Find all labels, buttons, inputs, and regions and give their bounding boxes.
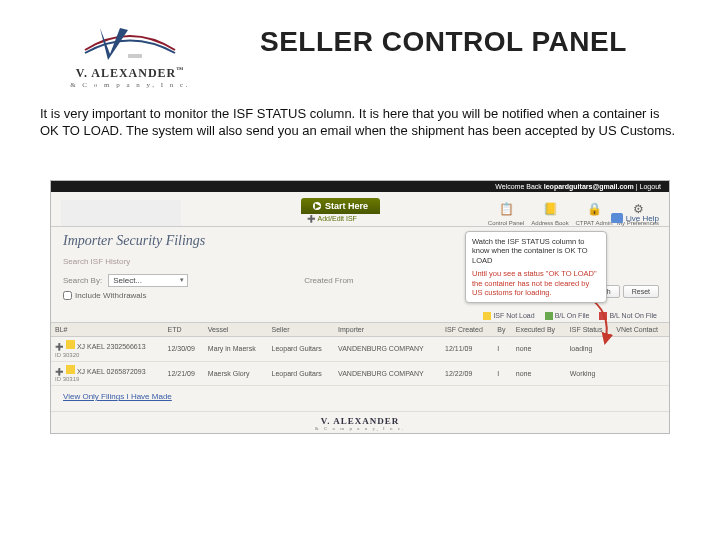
- page-title: SELLER CONTROL PANEL: [260, 26, 627, 58]
- nav-control-panel[interactable]: 📋Control Panel: [485, 199, 527, 226]
- nav-address-book[interactable]: 📒Address Book: [529, 199, 571, 226]
- logout-link[interactable]: Logout: [640, 183, 661, 190]
- body-paragraph: It is very important to monitor the ISF …: [40, 106, 680, 140]
- col-header[interactable]: Importer: [334, 323, 441, 337]
- nav-icon: 🔒: [584, 199, 604, 219]
- status-legend: ISF Not Load B/L On File B/L Not On File: [51, 308, 669, 322]
- screenshot-panel: Welcome Back leopardguitars@gmail.com | …: [50, 180, 670, 434]
- col-header[interactable]: By: [493, 323, 511, 337]
- reset-button[interactable]: Reset: [623, 285, 659, 298]
- col-header[interactable]: BL#: [51, 323, 164, 337]
- chat-bubble-icon: [611, 213, 623, 223]
- live-help-link[interactable]: Live Help: [611, 213, 659, 223]
- expand-icon[interactable]: ➕: [55, 343, 64, 352]
- col-header[interactable]: VNet Contact: [612, 323, 669, 337]
- company-logo: V. ALEXANDER™ & C o m p a n y, I n c.: [40, 20, 220, 89]
- logo-subtitle: & C o m p a n y, I n c.: [40, 81, 220, 89]
- play-icon: ▶: [313, 202, 321, 210]
- nav-icon: 📒: [540, 199, 560, 219]
- logo-brand: V. ALEXANDER: [76, 66, 176, 80]
- col-header[interactable]: Vessel: [204, 323, 268, 337]
- search-history-label: Search ISF History: [63, 257, 130, 266]
- expand-icon[interactable]: ➕: [55, 367, 64, 376]
- status-callout: Watch the ISF STATUS column to know when…: [465, 231, 607, 303]
- col-header[interactable]: ISF Status: [566, 323, 612, 337]
- add-edit-isf-link[interactable]: ➕ Add/Edit ISF: [301, 214, 357, 226]
- app-logo-placeholder: [61, 200, 181, 226]
- view-only-my-filings-link[interactable]: View Only Filings I Have Made: [51, 386, 184, 411]
- swoosh-icon: [80, 20, 180, 62]
- status-swatch-icon: [66, 340, 75, 349]
- isf-table: BL#ETDVesselSellerImporterISF CreatedByE…: [51, 322, 669, 386]
- search-by-select[interactable]: Select...: [108, 274, 188, 287]
- col-header[interactable]: ISF Created: [441, 323, 493, 337]
- nav-icon: 📋: [496, 199, 516, 219]
- col-header[interactable]: Seller: [268, 323, 334, 337]
- col-header[interactable]: ETD: [164, 323, 204, 337]
- start-here-button[interactable]: ▶ Start Here: [301, 198, 380, 214]
- status-swatch-icon: [66, 365, 75, 374]
- screenshot-footer-logo: V. ALEXANDER & C o m p a n y, I n c.: [51, 411, 669, 433]
- include-withdrawals-checkbox[interactable]: [63, 291, 72, 300]
- col-header[interactable]: Executed By: [512, 323, 566, 337]
- welcome-bar: Welcome Back leopardguitars@gmail.com | …: [51, 181, 669, 192]
- nav-ctpat-admin[interactable]: 🔒CTPAT Admin: [573, 199, 615, 226]
- table-row[interactable]: ➕ XJ KAEL 0265872093ID 3031912/21/09Maer…: [51, 361, 669, 386]
- table-row[interactable]: ➕ XJ KAEL 2302566613ID 3032012/30/09Mary…: [51, 337, 669, 362]
